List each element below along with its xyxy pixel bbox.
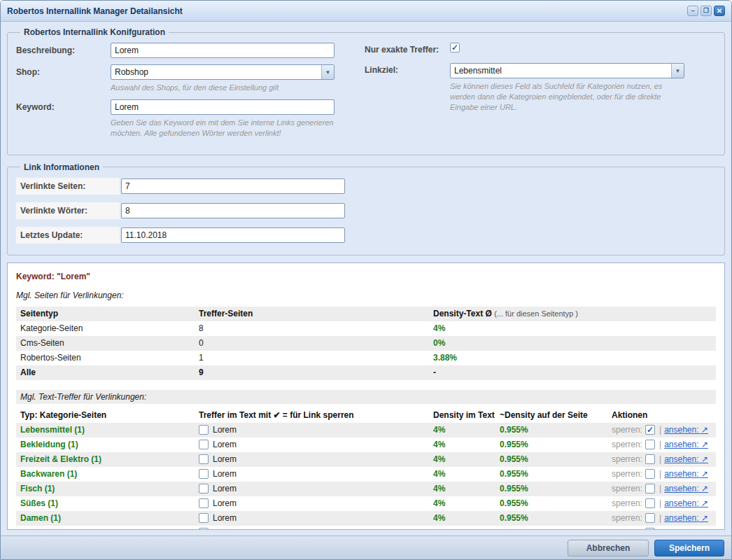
ansehen-link[interactable]: ansehen: ↗	[664, 469, 708, 479]
ansehen-link[interactable]: ansehen: ↗	[664, 528, 708, 530]
config-legend: Robertos Internallink Konifguration	[20, 27, 169, 37]
dialog-window: Robertos Internallink Manager Detailansi…	[0, 0, 732, 560]
window-body: Robertos Internallink Konifguration Besc…	[1, 22, 731, 536]
letztes-update-input[interactable]	[121, 227, 345, 243]
external-link-icon: ↗	[701, 498, 708, 508]
verlinkte-woerter-input[interactable]	[121, 203, 345, 218]
category-name: Herren (1)	[16, 526, 195, 530]
verlinkte-seiten-input[interactable]	[121, 178, 345, 194]
ansehen-link[interactable]: ansehen: ↗	[664, 513, 708, 523]
ansehen-link[interactable]: ansehen: ↗	[664, 484, 708, 493]
pages-table-header: Seitentyp Treffer-Seiten Density-Text Ø …	[16, 307, 716, 321]
sperren-label: sperren:	[612, 454, 642, 464]
external-link-icon: ↗	[701, 484, 708, 493]
ansehen-link[interactable]: ansehen: ↗	[664, 425, 708, 435]
category-name: Damen (1)	[16, 511, 195, 526]
sperren-checkbox[interactable]	[645, 469, 655, 479]
sperren-label: sperren:	[612, 513, 642, 523]
beschreibung-input[interactable]	[111, 43, 335, 58]
table-row: Robertos-Seiten 1 3.88%	[16, 351, 716, 365]
sperren-checkbox[interactable]	[645, 528, 655, 530]
sperren-label: sperren:	[612, 425, 642, 435]
hit-word: Lorem	[213, 469, 237, 479]
chevron-down-icon[interactable]: ▼	[671, 64, 684, 78]
table-row: Lebensmittel (1) Lorem 4% 0.955% sperren…	[16, 423, 716, 438]
hit-word: Lorem	[213, 425, 237, 435]
col-aktionen: Aktionen	[607, 408, 716, 423]
cancel-button[interactable]: Abbrechen	[568, 540, 649, 556]
keyword-input[interactable]	[111, 99, 335, 115]
letztes-update-label: Letztes Update:	[16, 227, 120, 244]
col-typ: Typ: Kategorie-Seiten	[16, 408, 195, 423]
sperren-label: sperren:	[612, 484, 642, 493]
ansehen-link[interactable]: ansehen: ↗	[664, 440, 708, 449]
shop-label: Shop:	[16, 64, 111, 77]
hit-checkbox[interactable]	[199, 513, 209, 523]
hit-checkbox[interactable]	[199, 454, 209, 464]
external-link-icon: ↗	[701, 425, 708, 435]
ansehen-link[interactable]: ansehen: ↗	[664, 454, 708, 464]
close-icon[interactable]: ✕	[714, 6, 725, 16]
linkziel-dropdown[interactable]: Lebensmittel ▼	[450, 63, 684, 78]
external-link-icon: ↗	[701, 454, 708, 464]
col-seitentyp: Seitentyp	[16, 307, 195, 321]
hits-caption: Mgl. Text-Treffer für Verlinkungen:	[16, 390, 716, 404]
hit-word: Lorem	[213, 454, 237, 464]
category-name: Lebensmittel (1)	[16, 423, 195, 438]
hit-checkbox[interactable]	[199, 528, 209, 530]
hit-word: Lorem	[213, 484, 237, 493]
density-note: (... für diesen Seitentyp )	[494, 309, 578, 318]
category-name: Süßes (1)	[16, 496, 195, 511]
table-row-total: Alle 9 -	[16, 365, 716, 380]
hit-checkbox[interactable]	[199, 425, 209, 435]
hits-table-header: Typ: Kategorie-Seiten Treffer im Text mi…	[16, 408, 716, 423]
window-titlebar[interactable]: Robertos Internallink Manager Detailansi…	[1, 1, 731, 22]
shop-hint: Auswahl des Shops, für den diese Einstel…	[111, 83, 335, 93]
table-row: Fisch (1) Lorem 4% 0.955% sperren:|anseh…	[16, 482, 716, 496]
table-row: Süßes (1) Lorem 4% 0.955% sperren:|anseh…	[16, 496, 716, 511]
info-legend: Link Informationen	[20, 162, 103, 172]
exact-match-checkbox[interactable]	[450, 43, 460, 52]
table-row: Damen (1) Lorem 4% 0.955% sperren:|anseh…	[16, 511, 716, 526]
linkziel-hint: Sie können dieses Feld als Suchfeld für …	[450, 81, 684, 113]
col-treffer-text: Treffer im Text mit ✔ = für Link sperren	[195, 408, 429, 423]
hit-word: Lorem	[213, 528, 237, 530]
window-title: Robertos Internallink Manager Detailansi…	[7, 6, 183, 16]
linkziel-dropdown-value: Lebensmittel	[451, 64, 671, 78]
sperren-checkbox[interactable]	[645, 484, 655, 493]
table-row: Cms-Seiten 0 0%	[16, 336, 716, 351]
sperren-checkbox[interactable]	[645, 454, 655, 464]
ansehen-link[interactable]: ansehen: ↗	[664, 498, 708, 508]
hit-checkbox[interactable]	[199, 469, 209, 479]
report-panel: Keyword: "Lorem" Mgl. Seiten für Verlink…	[7, 262, 725, 530]
shop-dropdown[interactable]: Robshop ▼	[111, 64, 335, 80]
verlinkte-seiten-label: Verlinkte Seiten:	[16, 178, 120, 195]
hit-word: Lorem	[213, 440, 237, 449]
linkziel-label: Linkziel:	[365, 63, 450, 75]
hit-checkbox[interactable]	[199, 484, 209, 493]
col-density: Density-Text Ø (... für diesen Seitentyp…	[429, 307, 716, 321]
external-link-icon: ↗	[701, 440, 708, 449]
hit-checkbox[interactable]	[199, 498, 209, 508]
save-button[interactable]: Speichern	[654, 540, 724, 556]
minimize-icon[interactable]: –	[687, 6, 698, 16]
chevron-down-icon[interactable]: ▼	[321, 65, 334, 79]
exact-match-label: Nur exakte Treffer:	[365, 43, 450, 55]
hit-word: Lorem	[213, 513, 237, 523]
category-name: Bekleidung (1)	[16, 438, 195, 452]
keyword-heading: Keyword: "Lorem"	[16, 272, 716, 281]
sperren-checkbox[interactable]	[645, 513, 655, 523]
sperren-checkbox[interactable]	[645, 498, 655, 508]
category-name: Freizeit & Elektro (1)	[16, 452, 195, 467]
window-tools: – ❐ ✕	[687, 6, 725, 16]
maximize-icon[interactable]: ❐	[701, 6, 712, 16]
sperren-checkbox[interactable]	[645, 425, 655, 435]
hit-checkbox[interactable]	[199, 440, 209, 449]
table-row: Kategorie-Seiten 8 4%	[16, 321, 716, 336]
sperren-checkbox[interactable]	[645, 440, 655, 449]
table-row: Bekleidung (1) Lorem 4% 0.955% sperren:|…	[16, 438, 716, 452]
footer-toolbar: Abbrechen Speichern	[1, 536, 731, 559]
config-left-column: Beschreibung: Shop: Robshop ▼ Auswah	[16, 43, 345, 145]
shop-dropdown-value: Robshop	[111, 65, 321, 79]
col-density-text: Density im Text	[429, 408, 495, 423]
